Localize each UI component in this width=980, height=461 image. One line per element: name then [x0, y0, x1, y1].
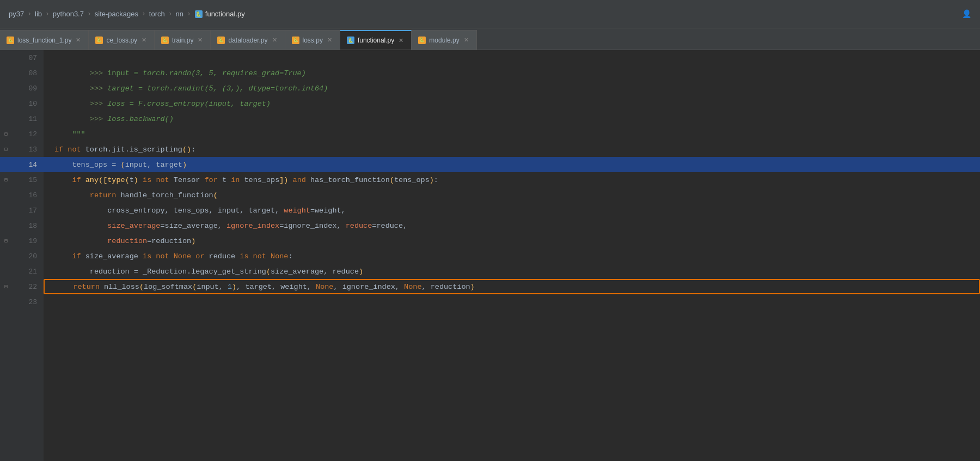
line-num-7: 07 [0, 50, 44, 65]
breadcrumb-site-packages[interactable]: site-packages [95, 10, 138, 18]
line-num-21: 21 [0, 264, 44, 279]
tab-icon-loss-function: 🐍 [7, 37, 14, 44]
tab-label-loss-function: loss_function_1.py [17, 37, 71, 44]
code-line-19: reduction=reduction) [44, 233, 980, 248]
code-line-20: if size_average is not None or reduce is… [44, 248, 980, 264]
tab-label-module: module.py [429, 37, 459, 44]
line-num-13: ⊟ 13 [0, 142, 44, 157]
code-line-21: reduction = _Reduction.legacy_get_string… [44, 264, 980, 279]
code-line-16: return handle_torch_function( [44, 187, 980, 203]
breadcrumb-python37[interactable]: python3.7 [53, 10, 84, 18]
tab-icon-train: 🐍 [161, 37, 169, 44]
line-num-23: 23 [0, 294, 44, 310]
code-line-9: >>> target = torch.randint(5, (3,), dtyp… [44, 81, 980, 96]
user-icon[interactable]: 👤 [962, 9, 971, 19]
code-line-14: tens_ops = (input, target) [44, 157, 980, 172]
fold-icon-12[interactable]: ⊟ [4, 131, 8, 137]
fold-icon-19[interactable]: ⊟ [4, 238, 8, 244]
tab-label-dataloader: dataloader.py [228, 37, 267, 44]
line-num-14: 14 [0, 157, 44, 172]
code-line-23 [44, 294, 980, 310]
line-num-22: ⊟ 22 [0, 279, 44, 294]
tab-close-dataloader[interactable]: ✕ [271, 37, 278, 44]
tab-module[interactable]: 🐍 module.py ✕ [412, 30, 476, 50]
fold-icon-13[interactable]: ⊟ [4, 146, 8, 153]
tab-dataloader[interactable]: 🐍 dataloader.py ✕ [211, 30, 285, 50]
tab-loss[interactable]: 🐍 loss.py ✕ [285, 30, 340, 50]
line-num-17: 17 [0, 203, 44, 218]
line-num-12: ⊟ 12 [0, 126, 44, 142]
breadcrumb-py37[interactable]: py37 [9, 10, 24, 18]
breadcrumb-nn[interactable]: nn [176, 10, 183, 18]
tab-close-functional[interactable]: ✕ [397, 37, 405, 44]
code-line-12: """ [44, 126, 980, 142]
line-num-18: 18 [0, 218, 44, 233]
breadcrumb-bar: py37 › lib › python3.7 › site-packages ›… [0, 0, 980, 28]
tab-close-loss-function[interactable]: ✕ [75, 37, 82, 44]
tab-icon-module: 🐍 [418, 37, 426, 44]
tab-close-module[interactable]: ✕ [463, 37, 470, 44]
tab-close-loss[interactable]: ✕ [326, 37, 333, 44]
fold-icon-15[interactable]: ⊟ [4, 177, 8, 183]
line-num-19: ⊟ 19 [0, 233, 44, 248]
line-num-20: 20 [0, 248, 44, 264]
line-number-gutter: 07 08 09 10 11 ⊟ 12 ⊟ 13 14 ⊟ 15 16 17 1… [0, 50, 44, 461]
code-line-11: >>> loss.backward() [44, 111, 980, 126]
functional-file-icon: 🐍 [194, 10, 203, 19]
breadcrumb-torch[interactable]: torch [149, 10, 165, 18]
code-line-10: >>> loss = F.cross_entropy(input, target… [44, 96, 980, 111]
tab-ce-loss[interactable]: 🐍 ce_loss.py ✕ [89, 30, 155, 50]
tab-label-functional: functional.py [358, 37, 394, 44]
tab-icon-ce-loss: 🐍 [95, 37, 103, 44]
tab-icon-functional: 🐍 [347, 37, 354, 44]
line-num-10: 10 [0, 96, 44, 111]
code-line-7 [44, 50, 980, 65]
tab-label-ce-loss: ce_loss.py [106, 37, 137, 44]
line-num-8: 08 [0, 65, 44, 81]
breadcrumb-lib[interactable]: lib [35, 10, 42, 18]
code-line-8: >>> input = torch.randn(3, 5, requires_g… [44, 65, 980, 81]
tab-icon-dataloader: 🐍 [217, 37, 225, 44]
code-editor[interactable]: >>> input = torch.randn(3, 5, requires_g… [44, 50, 980, 461]
line-num-15: ⊟ 15 [0, 172, 44, 187]
code-line-17: cross_entropy, tens_ops, input, target, … [44, 203, 980, 218]
line-num-16: 16 [0, 187, 44, 203]
breadcrumb-functional[interactable]: functional.py [205, 10, 245, 18]
tab-loss-function[interactable]: 🐍 loss_function_1.py ✕ [0, 30, 89, 50]
tab-icon-loss: 🐍 [292, 37, 299, 44]
tab-label-loss: loss.py [303, 37, 323, 44]
code-line-13: if not torch.jit.is_scripting(): [44, 142, 980, 157]
code-line-22: return nll_loss(log_softmax(input, 1), t… [44, 279, 980, 294]
line-num-11: 11 [0, 111, 44, 126]
fold-icon-22[interactable]: ⊟ [4, 283, 8, 290]
editor-area: 07 08 09 10 11 ⊟ 12 ⊟ 13 14 ⊟ 15 16 17 1… [0, 50, 980, 461]
tab-close-ce-loss[interactable]: ✕ [140, 37, 148, 44]
code-line-15: if any([type(t) is not Tensor for t in t… [44, 172, 980, 187]
code-line-18: size_average=size_average, ignore_index=… [44, 218, 980, 233]
tab-label-train: train.py [172, 37, 193, 44]
tab-train[interactable]: 🐍 train.py ✕ [155, 30, 211, 50]
tab-functional[interactable]: 🐍 functional.py ✕ [340, 30, 412, 50]
tab-close-train[interactable]: ✕ [197, 37, 204, 44]
tabs-bar: 🐍 loss_function_1.py ✕ 🐍 ce_loss.py ✕ 🐍 … [0, 28, 980, 50]
line-num-9: 09 [0, 81, 44, 96]
